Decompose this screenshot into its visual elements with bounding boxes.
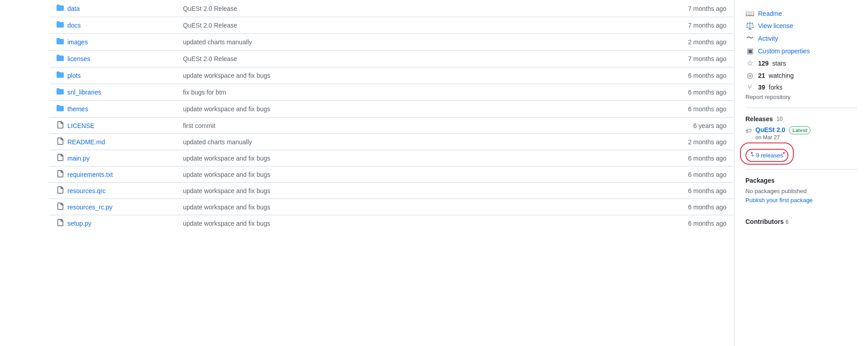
releases-title: Releases — [745, 115, 773, 123]
file-name: images — [67, 38, 88, 46]
file-time-cell: 6 months ago — [666, 150, 734, 166]
file-link[interactable]: licenses — [57, 54, 169, 63]
file-time-cell: 2 months ago — [666, 134, 734, 150]
file-name: data — [67, 5, 80, 12]
file-name: main.py — [67, 155, 90, 162]
stars-count: 129 — [758, 60, 768, 67]
commit-message-link[interactable]: update workspace and fix bugs — [183, 220, 270, 227]
file-time-cell: 7 months ago — [666, 51, 734, 67]
file-name-cell: setup.py — [49, 215, 176, 232]
commit-message-link[interactable]: update workspace and fix bugs — [183, 105, 270, 113]
stars-stat: ☆ 129 stars — [745, 57, 857, 69]
balance-icon: ⚖️ — [745, 21, 754, 30]
properties-icon: ▣ — [745, 47, 754, 55]
file-name: LICENSE — [67, 122, 95, 129]
forks-count: 39 — [758, 84, 765, 91]
folder-icon — [57, 71, 64, 80]
commit-message-link[interactable]: fix bugs for btm — [183, 89, 227, 96]
file-name-cell: themes — [49, 101, 176, 118]
file-name-cell: images — [49, 34, 176, 51]
file-link[interactable]: themes — [57, 104, 169, 114]
custom-properties-label: Custom properties — [758, 47, 810, 55]
file-message-cell: QuESt 2.0 Release — [176, 51, 666, 67]
file-time-cell: 7 months ago — [666, 0, 734, 17]
commit-message-link[interactable]: update workspace and fix bugs — [183, 187, 270, 194]
commit-message-link[interactable]: update workspace and fix bugs — [183, 155, 270, 162]
file-name: docs — [67, 22, 81, 29]
table-row: plots update workspace and fix bugs 6 mo… — [49, 67, 734, 84]
fork-icon: ⑂ — [745, 83, 754, 91]
file-name-cell: docs — [49, 17, 176, 34]
commit-message-link[interactable]: update workspace and fix bugs — [183, 72, 270, 79]
folder-icon — [57, 88, 64, 97]
table-row: snl_libraries fix bugs for btm 6 months … — [49, 84, 734, 101]
commit-message-link[interactable]: QuESt 2.0 Release — [183, 5, 237, 12]
file-message-cell: update workspace and fix bugs — [176, 199, 666, 215]
folder-icon — [57, 21, 64, 30]
file-link[interactable]: images — [57, 38, 169, 47]
table-row: resources_rc.py update workspace and fix… — [49, 199, 734, 215]
commit-message-link[interactable]: QuESt 2.0 Release — [183, 55, 237, 62]
file-link[interactable]: plots — [57, 71, 169, 80]
releases-count: 10 — [777, 116, 783, 122]
commit-message-link[interactable]: update workspace and fix bugs — [183, 204, 270, 211]
readme-link[interactable]: 📖 Readme — [745, 7, 857, 19]
view-license-link[interactable]: ⚖️ View license — [745, 19, 857, 32]
latest-badge: Latest — [789, 126, 811, 134]
forks-stat: ⑂ 39 forks — [745, 81, 857, 93]
file-link[interactable]: resources.qrc — [57, 186, 169, 195]
file-time-cell: 6 months ago — [666, 67, 734, 84]
file-link[interactable]: docs — [57, 21, 169, 30]
more-releases-link[interactable]: + 9 releases — [745, 149, 788, 162]
file-icon — [57, 219, 64, 228]
report-repository-link[interactable]: Report repository — [745, 94, 791, 100]
file-time-cell: 2 months ago — [666, 34, 734, 51]
file-link[interactable]: requirements.txt — [57, 170, 169, 179]
file-time-cell: 6 months ago — [666, 183, 734, 199]
file-message-cell: update workspace and fix bugs — [176, 166, 666, 183]
file-link[interactable]: snl_libraries — [57, 88, 169, 97]
file-name: requirements.txt — [67, 171, 113, 178]
table-row: themes update workspace and fix bugs 6 m… — [49, 101, 734, 118]
commit-message-link[interactable]: QuESt 2.0 Release — [183, 22, 237, 29]
file-name-cell: LICENSE — [49, 118, 176, 134]
release-info: QuESt 2.0 Latest on Mar 27 — [755, 126, 811, 141]
commit-message-link[interactable]: updated charts manually — [183, 38, 252, 46]
table-row: docs QuESt 2.0 Release 7 months ago — [49, 17, 734, 34]
more-releases-wrapper: + 9 releases — [745, 145, 857, 162]
publish-package-link[interactable]: Publish your first package — [745, 197, 813, 204]
commit-message-link[interactable]: first commit — [183, 122, 216, 129]
custom-properties-link[interactable]: ▣ Custom properties — [745, 45, 857, 57]
file-link[interactable]: setup.py — [57, 219, 169, 228]
watching-label: watching — [769, 72, 794, 79]
file-name-cell: main.py — [49, 150, 176, 166]
table-row: requirements.txt update workspace and fi… — [49, 166, 734, 183]
stars-label: stars — [772, 60, 786, 67]
folder-icon — [57, 38, 64, 47]
file-link[interactable]: README.md — [57, 137, 169, 146]
contributors-section: Contributors 6 — [745, 211, 857, 232]
packages-title: Packages — [745, 177, 857, 184]
commit-message-link[interactable]: updated charts manually — [183, 138, 252, 146]
folder-icon — [57, 4, 64, 13]
contributors-title: Contributors — [745, 218, 784, 225]
file-link[interactable]: resources_rc.py — [57, 203, 169, 211]
file-message-cell: first commit — [176, 118, 666, 134]
file-table: data QuESt 2.0 Release 7 months ago docs… — [49, 0, 734, 232]
file-icon — [57, 121, 64, 130]
star-icon: ☆ — [745, 59, 754, 67]
release-name-link[interactable]: QuESt 2.0 — [755, 126, 785, 133]
file-link[interactable]: main.py — [57, 154, 169, 162]
watching-stat: ◎ 21 watching — [745, 69, 857, 81]
file-message-cell: update workspace and fix bugs — [176, 150, 666, 166]
file-link[interactable]: data — [57, 4, 169, 13]
activity-label: Activity — [758, 35, 778, 42]
activity-link[interactable]: 〜 Activity — [745, 32, 857, 45]
file-name-cell: licenses — [49, 51, 176, 67]
file-name: README.md — [67, 138, 105, 146]
file-name-cell: requirements.txt — [49, 166, 176, 183]
commit-message-link[interactable]: update workspace and fix bugs — [183, 171, 270, 178]
release-date: on Mar 27 — [755, 134, 811, 141]
file-link[interactable]: LICENSE — [57, 121, 169, 130]
file-icon — [57, 203, 64, 211]
